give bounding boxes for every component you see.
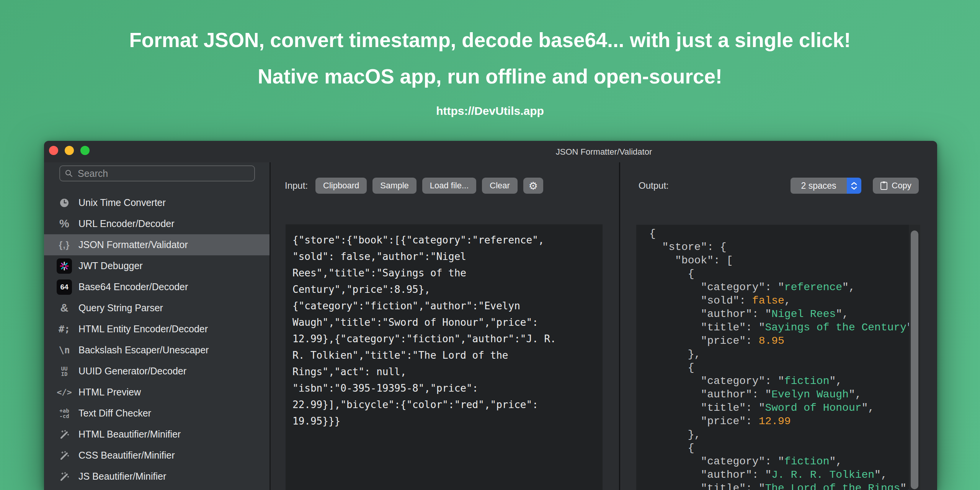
- output-panel: Output: 2 spaces Cop: [620, 162, 937, 490]
- output-scrollbar-thumb[interactable]: [911, 230, 918, 489]
- output-code-line: "author": "J. R. R. Tolkien",: [649, 468, 920, 482]
- output-code-line: "title": "The Lord of the Rings",: [649, 482, 920, 490]
- sidebar-item-unix-time-converter[interactable]: Unix Time Converter: [44, 192, 270, 213]
- diff-icon: +ab-cd: [56, 405, 73, 422]
- sidebar-item-label: Text Diff Checker: [78, 408, 151, 419]
- indent-select[interactable]: 2 spaces: [791, 178, 861, 194]
- input-code-text: {"store":{"book":[{"category":"reference…: [286, 224, 603, 430]
- input-header: Input: ClipboardSampleLoad file...Clear …: [271, 178, 619, 194]
- close-button[interactable]: [49, 146, 58, 155]
- chevron-up-down-icon: [847, 178, 861, 194]
- output-code-line: "category": "reference",: [649, 281, 920, 294]
- clear-button[interactable]: Clear: [482, 178, 518, 194]
- search-input[interactable]: [77, 168, 250, 180]
- gear-icon: ⚙: [529, 180, 538, 192]
- output-code-line: "title": "Sayings of the Century",: [649, 321, 920, 334]
- clock-icon: [56, 194, 73, 211]
- sidebar-item-query-string-parser[interactable]: &Query String Parser: [44, 297, 270, 318]
- input-label: Input:: [285, 180, 308, 191]
- hero-headline-1: Format JSON, convert timestamp, decode b…: [0, 28, 980, 52]
- main-content: Input: ClipboardSampleLoad file...Clear …: [271, 162, 937, 490]
- sidebar-item-label: JWT Debugger: [78, 260, 143, 271]
- sidebar-item-label: Backslash Escaper/Unescaper: [78, 345, 209, 356]
- sidebar-item-backslash-escaper-unescaper[interactable]: \nBackslash Escaper/Unescaper: [44, 340, 270, 361]
- output-code-line: "store": {: [649, 240, 920, 254]
- sidebar-item-js-beautifier-minifier[interactable]: JS Beautifier/Minifier: [44, 466, 270, 487]
- output-code-line: {: [649, 441, 920, 455]
- sidebar-item-label: CSS Beautifier/Minifier: [78, 450, 175, 461]
- output-code-line: "title": "Sword of Honour",: [649, 401, 920, 415]
- sidebar: Unix Time Converter%URL Encoder/Decoder{…: [44, 162, 271, 490]
- sidebar-item-json-formatter-validator[interactable]: {,}JSON Formatter/Validator: [44, 234, 270, 255]
- sidebar-item-label: Query String Parser: [78, 302, 163, 314]
- copy-button-label: Copy: [892, 181, 911, 191]
- search-icon: [65, 169, 73, 178]
- app-window: JSON Formatter/Validator Unix Time Conve…: [44, 141, 937, 490]
- output-viewer[interactable]: { "store": { "book": [ { "category": "re…: [636, 225, 920, 490]
- output-code-line: "category": "fiction",: [649, 455, 920, 468]
- input-panel: Input: ClipboardSampleLoad file...Clear …: [271, 162, 620, 490]
- sidebar-item-html-preview[interactable]: </>HTML Preview: [44, 382, 270, 403]
- sidebar-item-uuid-generator-decoder[interactable]: UUIDUUID Generator/Decoder: [44, 361, 270, 382]
- minimize-button[interactable]: [65, 146, 74, 155]
- sidebar-item-label: HTML Entity Encoder/Decoder: [78, 323, 208, 335]
- braces-icon: {,}: [56, 237, 73, 253]
- sidebar-item-jwt-debugger[interactable]: JWT Debugger: [44, 255, 270, 276]
- sidebar-item-base64-encoder-decoder[interactable]: 64Base64 Encoder/Decoder: [44, 276, 270, 297]
- sidebar-item-css-beautifier-minifier[interactable]: CSS Beautifier/Minifier: [44, 445, 270, 466]
- hero-headline-2: Native macOS app, run offline and open-s…: [0, 65, 980, 88]
- percent-icon: %: [56, 216, 73, 232]
- wand-icon: [56, 447, 73, 464]
- wand-icon: [56, 468, 73, 485]
- sidebar-item-label: URL Encoder/Decoder: [78, 218, 175, 229]
- output-code-line: "price": 8.95: [649, 334, 920, 348]
- backslash-icon: \n: [56, 342, 73, 359]
- output-code-line: {: [649, 227, 920, 240]
- output-scrollbar[interactable]: [909, 225, 920, 490]
- input-buttons: ClipboardSampleLoad file...Clear: [315, 178, 518, 194]
- input-settings-button[interactable]: ⚙: [523, 178, 543, 194]
- window-title: JSON Formatter/Validator: [271, 141, 937, 162]
- sidebar-item-label: JS Beautifier/Minifier: [78, 471, 166, 482]
- sidebar-item-label: JSON Formatter/Validator: [78, 239, 188, 250]
- output-code-line: "author": "Evelyn Waugh",: [649, 388, 920, 401]
- output-header: Output: 2 spaces Cop: [620, 178, 937, 194]
- sidebar-item-label: Unix Time Converter: [78, 197, 166, 208]
- devutils-promo-screenshot: Format JSON, convert timestamp, decode b…: [0, 0, 980, 490]
- jwt-icon: [56, 258, 73, 274]
- sidebar-item-html-beautifier-minifier[interactable]: HTML Beautifier/Minifier: [44, 424, 270, 445]
- output-label: Output:: [639, 180, 669, 191]
- wand-icon: [56, 426, 73, 443]
- hero-banner: Format JSON, convert timestamp, decode b…: [0, 0, 980, 118]
- sample-button[interactable]: Sample: [372, 178, 416, 194]
- sidebar-item-html-entity-encoder-decoder[interactable]: #;HTML Entity Encoder/Decoder: [44, 318, 270, 340]
- sidebar-item-partial-item[interactable]: [44, 487, 270, 490]
- output-code-line: },: [649, 428, 920, 441]
- uuid-icon: UUID: [56, 363, 73, 380]
- indent-value: 2 spaces: [791, 178, 847, 194]
- search-box[interactable]: [59, 165, 255, 181]
- output-code-line: "book": [: [649, 254, 920, 267]
- sidebar-item-text-diff-checker[interactable]: +ab-cdText Diff Checker: [44, 403, 270, 424]
- output-code-line: {: [649, 267, 920, 281]
- sidebar-item-label: HTML Beautifier/Minifier: [78, 429, 181, 440]
- html-entity-icon: #;: [56, 321, 73, 338]
- sidebar-nav: Unix Time Converter%URL Encoder/Decoder{…: [44, 192, 270, 490]
- copy-button[interactable]: Copy: [873, 178, 919, 194]
- output-code-line: },: [649, 348, 920, 361]
- sidebar-item-url-encoder-decoder[interactable]: %URL Encoder/Decoder: [44, 213, 270, 234]
- input-editor[interactable]: {"store":{"book":[{"category":"reference…: [286, 224, 603, 490]
- load-file-button[interactable]: Load file...: [422, 178, 477, 194]
- ampersand-icon: &: [56, 300, 73, 317]
- window-titlebar: JSON Formatter/Validator: [44, 141, 937, 162]
- zoom-button[interactable]: [80, 146, 90, 155]
- output-code-line: "sold": false,: [649, 294, 920, 307]
- sidebar-item-label: HTML Preview: [78, 387, 141, 398]
- output-code-line: {: [649, 361, 920, 374]
- hero-url: https://DevUtils.app: [0, 105, 980, 118]
- code-icon: </>: [56, 384, 73, 401]
- output-code-line: "price": 12.99: [649, 415, 920, 428]
- clipboard-button[interactable]: Clipboard: [315, 178, 367, 194]
- sidebar-item-label: Base64 Encoder/Decoder: [78, 281, 188, 292]
- traffic-lights: [49, 146, 90, 155]
